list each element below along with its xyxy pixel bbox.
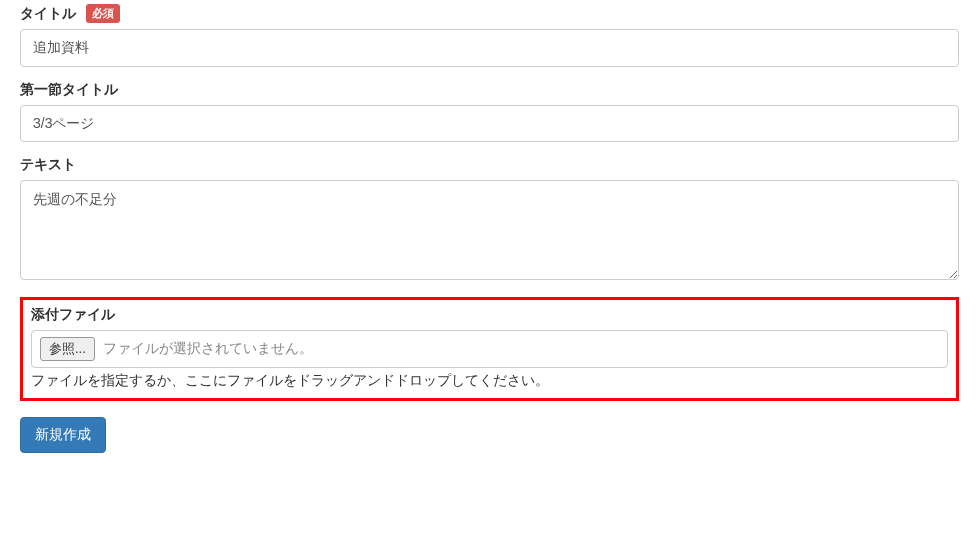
required-badge: 必須 [86, 4, 120, 23]
section1-title-group: 第一節タイトル [20, 81, 959, 143]
file-browse-button[interactable]: 参照... [40, 337, 95, 361]
section1-title-label: 第一節タイトル [20, 81, 959, 99]
title-group: タイトル 必須 [20, 4, 959, 67]
submit-button[interactable]: 新規作成 [20, 417, 106, 453]
title-input[interactable] [20, 29, 959, 67]
section1-title-input[interactable] [20, 105, 959, 143]
dropzone-help-text: ファイルを指定するか、ここにファイルをドラッグアンドドロップしてください。 [31, 372, 948, 390]
file-status-text: ファイルが選択されていません。 [103, 340, 313, 358]
file-input-wrapper[interactable]: 参照... ファイルが選択されていません。 [31, 330, 948, 368]
text-textarea[interactable] [20, 180, 959, 280]
attachment-section: 添付ファイル 参照... ファイルが選択されていません。 ファイルを指定するか、… [20, 297, 959, 401]
text-group: テキスト [20, 156, 959, 283]
attachment-label: 添付ファイル [31, 306, 948, 324]
title-label: タイトル 必須 [20, 4, 959, 23]
text-label: テキスト [20, 156, 959, 174]
title-label-text: タイトル [20, 5, 76, 21]
